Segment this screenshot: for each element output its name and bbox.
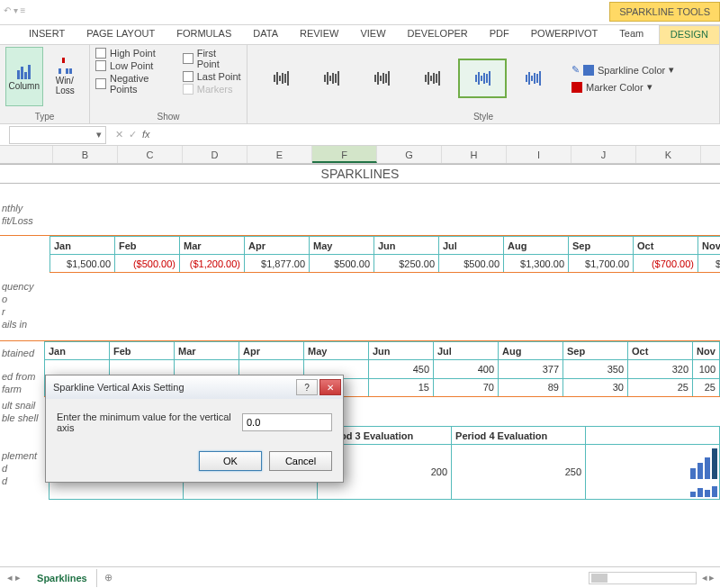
add-sheet-button[interactable]: ⊕ <box>97 570 120 585</box>
name-box[interactable]: ▾ <box>9 126 106 144</box>
title-bar: ↶ ▾ ≡ SPARKLINE TOOLS <box>0 0 720 25</box>
dialog-help-button[interactable]: ? <box>296 379 318 395</box>
style-option-5-selected[interactable] <box>458 59 507 98</box>
sheet-tab-sparklines[interactable]: Sparklines <box>28 569 97 587</box>
group-label-style: Style <box>253 110 714 122</box>
dropdown-icon: ▾ <box>669 64 674 76</box>
check-markers[interactable]: Markers <box>183 83 241 95</box>
sparkline-type-column-button[interactable]: Column <box>5 47 43 106</box>
months-header-row-2[interactable]: JanFebMarAprMayJunJulAugSepOctNov <box>45 342 720 360</box>
horizontal-scrollbar[interactable] <box>589 572 697 584</box>
check-high-point[interactable]: High Point <box>95 47 179 59</box>
style-option-2[interactable] <box>307 59 356 98</box>
tab-design[interactable]: DESIGN <box>659 25 720 44</box>
check-first-point[interactable]: First Point <box>183 47 241 70</box>
style-option-4[interactable] <box>408 59 456 98</box>
tab-developer[interactable]: DEVELOPER <box>397 25 479 44</box>
dialog-titlebar[interactable]: Sparkline Vertical Axis Setting ? ✕ <box>46 375 343 399</box>
tab-nav-icons[interactable]: ◂ ▸ <box>0 572 28 583</box>
enter-formula-icon[interactable]: ✓ <box>129 129 137 140</box>
dropdown-icon: ▾ <box>647 81 652 93</box>
vertical-axis-dialog: Sparkline Vertical Axis Setting ? ✕ Ente… <box>45 375 344 483</box>
sparkline-color-button[interactable]: ✎Sparkline Color▾ <box>570 62 676 77</box>
tab-view[interactable]: VIEW <box>349 25 396 44</box>
style-option-1[interactable] <box>256 59 305 98</box>
ribbon-tabs: INSERT PAGE LAYOUT FORMULAS DATA REVIEW … <box>0 25 720 45</box>
tab-powerpivot[interactable]: POWERPIVOT <box>520 25 609 44</box>
column-headers[interactable]: B C D E F G H I J K <box>0 146 720 164</box>
dialog-close-button[interactable]: ✕ <box>320 379 341 395</box>
scroll-left-icon[interactable]: ◂ <box>702 572 707 584</box>
vertical-axis-min-input[interactable] <box>242 413 332 431</box>
profit-row[interactable]: $1,500.00 ($500.00) ($1,200.00) $1,877.0… <box>50 255 721 273</box>
marker-color-button[interactable]: Marker Color▾ <box>570 79 676 95</box>
ribbon: Column Win/ Loss Type High Point Low Poi… <box>0 45 720 124</box>
check-last-point[interactable]: Last Point <box>183 70 241 83</box>
tab-insert[interactable]: INSERT <box>18 25 76 44</box>
style-option-3[interactable] <box>357 59 406 98</box>
tab-page-layout[interactable]: PAGE LAYOUT <box>76 25 166 44</box>
dropdown-icon[interactable]: ▾ <box>93 129 105 140</box>
group-label-show: Show <box>95 110 241 122</box>
column-chart-icon <box>14 63 35 79</box>
check-low-point[interactable]: Low Point <box>95 59 179 72</box>
tab-review[interactable]: REVIEW <box>289 25 349 44</box>
winloss-chart-icon <box>54 58 76 74</box>
contextual-tool-label: SPARKLINE TOOLS <box>609 2 720 22</box>
scroll-right-icon[interactable]: ▸ <box>709 572 715 584</box>
tab-formulas[interactable]: FORMULAS <box>166 25 242 44</box>
tab-data[interactable]: DATA <box>242 25 289 44</box>
group-label-type: Type <box>5 110 84 122</box>
formula-bar: ▾ ✕ ✓ fx <box>0 124 720 146</box>
sheet-title: SPARKLINES <box>0 164 720 184</box>
check-negative-points[interactable]: Negative Points <box>95 72 179 95</box>
quick-access-toolbar[interactable]: ↶ ▾ ≡ <box>4 5 25 15</box>
fx-icon[interactable]: fx <box>142 129 150 140</box>
cancel-formula-icon[interactable]: ✕ <box>115 129 123 140</box>
sparkline-preview <box>586 445 719 481</box>
formula-input[interactable] <box>156 126 720 144</box>
pen-icon: ✎ <box>572 64 580 76</box>
worksheet-area[interactable]: SPARKLINES nthly fit/Loss JanFebMarAprMa… <box>0 164 720 560</box>
dialog-label: Enter the minimum value for the vertical… <box>57 412 233 433</box>
ok-button[interactable]: OK <box>199 451 262 471</box>
sparkline-style-gallery[interactable] <box>253 55 561 102</box>
tab-team[interactable]: Team <box>608 25 654 44</box>
months-header-row[interactable]: JanFebMarAprMayJunJulAugSepOctNov <box>50 237 721 255</box>
cancel-button[interactable]: Cancel <box>269 451 332 471</box>
style-option-6[interactable] <box>508 59 557 98</box>
sheet-tab-bar: ◂ ▸ Sparklines ⊕ ◂ ▸ <box>0 566 720 588</box>
tab-pdf[interactable]: PDF <box>479 25 520 44</box>
sparkline-type-winloss-button[interactable]: Win/ Loss <box>47 47 85 106</box>
